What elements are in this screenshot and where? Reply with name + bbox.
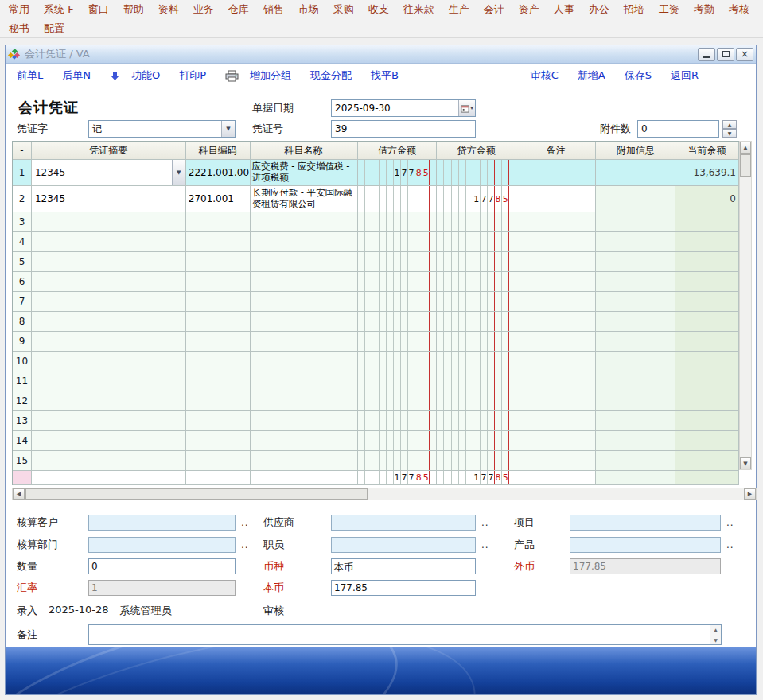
cell-debit[interactable] [358, 352, 438, 371]
menu-item[interactable]: 收支 [361, 2, 396, 17]
cell-credit[interactable] [437, 391, 516, 411]
minimize-button[interactable] [698, 48, 715, 61]
toolbar-button[interactable]: 保存S [625, 68, 652, 83]
cell-summary[interactable] [32, 451, 186, 471]
cell-credit[interactable] [437, 232, 516, 252]
cell-no[interactable]: 13 [13, 411, 32, 431]
calendar-dropdown-button[interactable]: ▾ [458, 100, 475, 116]
cell-credit[interactable] [437, 431, 516, 451]
voucher-word-select[interactable]: 记 ▼ [88, 120, 236, 138]
menu-item[interactable]: 采购 [326, 2, 361, 17]
cell-code[interactable] [186, 252, 251, 272]
cell-summary[interactable] [32, 292, 186, 312]
cell-summary[interactable] [32, 352, 186, 371]
cell-extra[interactable] [596, 451, 675, 471]
menu-item[interactable]: 销售 [256, 2, 291, 17]
date-input[interactable] [331, 99, 476, 117]
supplier-field[interactable] [331, 515, 476, 531]
menu-item[interactable]: 招培 [617, 2, 652, 17]
attachments-input[interactable] [637, 120, 719, 138]
cell-debit[interactable] [358, 186, 438, 212]
menu-item[interactable]: 资料 [151, 2, 186, 17]
cell-code[interactable] [186, 292, 251, 312]
cell-balance[interactable] [675, 431, 739, 451]
cell-no[interactable]: 3 [13, 212, 32, 232]
cell-name[interactable] [251, 431, 358, 451]
stepper-up-button[interactable]: ▲ [722, 120, 737, 129]
cell-extra[interactable] [596, 431, 675, 451]
cell-summary[interactable] [32, 252, 186, 272]
cell-summary[interactable] [32, 272, 186, 292]
menu-item[interactable]: 会计 [477, 2, 512, 17]
menu-item[interactable]: 资产 [512, 2, 547, 17]
cell-note[interactable] [516, 232, 596, 252]
local-amount-field[interactable]: 177.85 [331, 580, 476, 596]
cell-extra[interactable] [596, 371, 675, 391]
scroll-right-button[interactable]: ▶ [744, 488, 756, 500]
cell-note[interactable] [516, 431, 596, 451]
cell-note[interactable] [516, 371, 596, 391]
cell-summary[interactable] [32, 371, 186, 391]
cell-balance[interactable] [675, 332, 739, 352]
cell-credit[interactable] [437, 411, 516, 431]
menu-item[interactable]: 往来款 [396, 2, 442, 17]
cell-debit[interactable] [358, 272, 438, 292]
cell-extra[interactable] [596, 160, 675, 186]
toolbar-button[interactable]: 新增A [578, 68, 605, 83]
toolbar-button[interactable]: 现金分配 [310, 68, 352, 83]
menu-item[interactable]: 业务 [186, 2, 221, 17]
cell-code[interactable] [186, 471, 251, 485]
toolbar-button[interactable]: 前单L [17, 68, 43, 83]
voucher-no-input[interactable] [331, 120, 476, 138]
cell-debit[interactable] [358, 332, 438, 352]
cell-no[interactable]: 4 [13, 232, 32, 252]
cell-note[interactable] [516, 411, 596, 431]
cell-code[interactable] [186, 232, 251, 252]
cell-extra[interactable] [596, 212, 675, 232]
cell-code[interactable] [186, 332, 251, 352]
cell-balance[interactable] [675, 391, 739, 411]
cell-summary[interactable] [32, 471, 186, 485]
menu-item[interactable]: 配置 [37, 21, 72, 36]
cell-extra[interactable] [596, 292, 675, 312]
cell-note[interactable] [516, 471, 596, 485]
cell-name[interactable] [251, 391, 358, 411]
cell-note[interactable] [516, 451, 596, 471]
remark-input[interactable] [89, 625, 721, 644]
menu-item[interactable]: 仓库 [221, 2, 256, 17]
cell-name[interactable] [251, 371, 358, 391]
scroll-down-button[interactable]: ▼ [740, 457, 751, 469]
cell-credit[interactable] [437, 272, 516, 292]
cell-no[interactable]: 6 [13, 272, 32, 292]
cell-name[interactable] [251, 212, 358, 232]
cell-balance[interactable] [675, 411, 739, 431]
cell-note[interactable] [516, 272, 596, 292]
cell-code[interactable] [186, 272, 251, 292]
cell-note[interactable] [516, 312, 596, 332]
accounting-customer-browse-button[interactable]: .. [241, 515, 249, 531]
employee-field[interactable] [331, 537, 476, 553]
cell-note[interactable] [516, 252, 596, 272]
cell-summary[interactable] [32, 391, 186, 411]
cell-summary[interactable] [32, 411, 186, 431]
cell-balance[interactable] [675, 471, 739, 485]
summary-editor-combobox[interactable]: 12345▼ [32, 160, 185, 185]
cell-no[interactable]: 12 [13, 391, 32, 411]
cell-code[interactable] [186, 431, 251, 451]
cell-balance[interactable] [675, 232, 739, 252]
cell-summary[interactable]: 12345 [32, 186, 186, 212]
project-field[interactable] [570, 515, 721, 531]
cell-debit[interactable] [358, 252, 438, 272]
cell-no[interactable]: 2 [13, 186, 32, 212]
cell-credit[interactable] [437, 371, 516, 391]
cell-extra[interactable] [596, 232, 675, 252]
cell-extra[interactable] [596, 411, 675, 431]
scroll-up-button[interactable]: ▲ [740, 142, 751, 154]
cell-no[interactable]: 15 [13, 451, 32, 471]
cell-credit[interactable] [437, 352, 516, 371]
cell-debit[interactable] [358, 232, 438, 252]
cell-code[interactable]: 2221.001.001 [186, 160, 251, 186]
cell-code[interactable] [186, 212, 251, 232]
cell-name[interactable] [251, 451, 358, 471]
cell-balance[interactable] [675, 272, 739, 292]
